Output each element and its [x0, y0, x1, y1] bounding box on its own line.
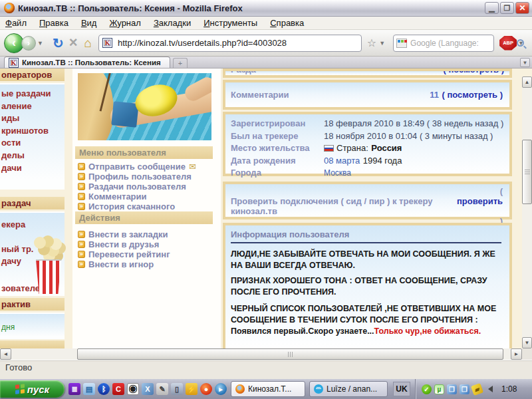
red-orb-icon[interactable]: ●	[200, 383, 212, 395]
scroll-up-icon[interactable]: ▲	[522, 76, 532, 88]
arrow-bullet-icon: »	[78, 183, 85, 190]
sidebar-link[interactable]: екера	[0, 219, 25, 229]
sidebar-link[interactable]: иды	[0, 112, 65, 125]
search-bar[interactable]	[393, 35, 494, 52]
quick-launch-bar: ≣ ▤ ᛒ C ⚈ X ✎ ▯ ⚡ ● ▸	[68, 383, 227, 395]
language-indicator[interactable]: UK	[393, 382, 410, 396]
scroll-right-icon[interactable]: ►	[511, 348, 522, 360]
menu-history[interactable]: Журнал	[109, 18, 140, 28]
status-bar: Готово	[0, 360, 532, 379]
menu-tools[interactable]: Инструменты	[203, 18, 257, 28]
navigation-toolbar: ‹ › ▼ ↻ × ⌂ K ☆ ▼ ABP ▼	[0, 30, 532, 57]
red-c-icon[interactable]: C	[112, 383, 124, 395]
firefox-window: Кинозал.ТВ :: Пользователь: Ксения - Moz…	[0, 0, 532, 399]
restore-button[interactable]: ❐	[500, 2, 514, 14]
city-label: Города	[231, 167, 324, 179]
arrow-bullet-icon: »	[78, 241, 85, 248]
menu-item-torrents[interactable]: » Раздачи пользователя	[78, 182, 214, 192]
tab-kinozal[interactable]: K Кинозал.ТВ :: Пользователь: Ксения	[4, 57, 170, 68]
horizontal-scroll-thumb[interactable]	[77, 348, 503, 360]
info-paragraph-3: ЧЕРНЫЙ СПИСОК ПОЛЬЗОВАТЕЛЕЙ ,НЕ ОТВЕТИВШ…	[231, 303, 503, 326]
taskbar-window-chat[interactable]: Luīze / anan...	[309, 381, 388, 397]
comments-view-link[interactable]: ( посмотреть )	[442, 90, 503, 100]
bookmark-dropdown-icon[interactable]: ▼	[379, 40, 385, 47]
action-label: Внести в игнор	[88, 259, 154, 269]
search-engine-icon[interactable]	[396, 39, 407, 48]
volume-icon[interactable]	[485, 384, 495, 394]
close-button[interactable]: ✕	[515, 2, 529, 14]
sidebar-link[interactable]: ости	[0, 137, 65, 150]
action-transfer-rating[interactable]: » Перевести рейтинг	[78, 249, 214, 259]
taskbar-clock[interactable]: 1:08	[501, 384, 517, 394]
start-button[interactable]: пуск	[0, 380, 65, 398]
search-input[interactable]	[409, 38, 515, 49]
sidebar-link[interactable]: криншотов	[0, 125, 65, 138]
vertical-scrollbar[interactable]: ▲ ▼	[522, 76, 532, 348]
reload-icon[interactable]: ↻	[53, 35, 64, 51]
scroll-down-icon[interactable]: ▼	[522, 337, 532, 348]
menu-item-label: История скачанного	[88, 201, 175, 211]
action-add-friend[interactable]: » Внести в друзья	[78, 239, 214, 249]
menu-bookmarks[interactable]: Закладки	[154, 18, 191, 28]
crayon-icon[interactable]: ▰	[471, 382, 483, 395]
sidebar-link[interactable]: ые раздачи	[0, 88, 65, 100]
forward-button[interactable]: ›	[21, 36, 36, 51]
sidebar-link[interactable]: аление	[0, 100, 65, 113]
sidebar-link[interactable]: дня	[0, 323, 15, 332]
menu-view[interactable]: Вид	[81, 18, 97, 28]
menu-edit[interactable]: Правка	[39, 18, 68, 28]
adblock-plus-icon[interactable]: ABP	[499, 36, 517, 51]
menu-item-send-message[interactable]: » Отправить сообщение ✉	[78, 162, 214, 172]
location-label: Место жительства	[231, 142, 324, 154]
sidebar-link[interactable]: дачи	[0, 162, 65, 175]
stop-icon[interactable]: ×	[69, 34, 78, 51]
vertical-scroll-thumb[interactable]	[522, 140, 532, 204]
tab-bar: K Кинозал.ТВ :: Пользователь: Ксения + ▼	[0, 57, 532, 68]
action-bookmark[interactable]: » Внести в закладки	[78, 229, 214, 239]
taskbar-window-kinozal[interactable]: Кинозал.Т...	[231, 381, 305, 397]
sidebar-box-operators: ые раздачи аление иды криншотов ости дел…	[0, 83, 65, 190]
blue-x-icon[interactable]: X	[142, 383, 154, 395]
menu-file[interactable]: Файл	[5, 18, 27, 28]
bluetooth-icon[interactable]: ᛒ	[98, 383, 110, 395]
document-icon[interactable]: ▤	[83, 383, 95, 395]
menu-item-comments[interactable]: » Комментарии	[78, 192, 214, 201]
network-icon[interactable]: ❒	[460, 384, 469, 394]
menu-item-download-history[interactable]: » История скачанного	[78, 201, 214, 211]
last-seen-value: 18 ноября 2010 в 01:04 ( 3 минуты назад …	[324, 131, 493, 141]
play-icon[interactable]: ▸	[215, 383, 227, 395]
skype-check-icon[interactable]: ✓	[422, 384, 432, 394]
tab-list-dropdown-icon[interactable]: ▼	[520, 58, 530, 67]
minimize-button[interactable]: ▁	[485, 2, 499, 14]
sidebar-link[interactable]: ный тр.	[0, 244, 33, 254]
location-value: Россия	[371, 143, 402, 153]
search-magnifier-icon[interactable]	[517, 39, 524, 47]
scroll-left-icon[interactable]: ◄	[0, 348, 11, 360]
sidebar-link[interactable]: дачу	[0, 256, 21, 266]
cut-row-link[interactable]: ( посмотреть )	[443, 71, 504, 74]
action-ignore[interactable]: » Внести в игнор	[78, 259, 214, 269]
utorrent-icon[interactable]: µ	[434, 384, 444, 394]
history-dropdown-icon[interactable]: ▼	[37, 40, 43, 47]
menu-help[interactable]: Справка	[270, 18, 304, 28]
home-icon[interactable]: ⌂	[84, 36, 92, 51]
check-paren-open: (	[231, 186, 503, 196]
menu-item-profile[interactable]: » Профиль пользователя	[78, 172, 214, 182]
url-input[interactable]	[116, 37, 358, 49]
network-icon[interactable]: ❒	[447, 384, 457, 394]
pen-icon[interactable]: ✎	[156, 383, 168, 395]
sidebar-link[interactable]: делы	[0, 150, 65, 162]
new-tab-button[interactable]: +	[173, 58, 188, 68]
lightning-icon[interactable]: ⚡	[186, 383, 198, 395]
city-value: Москва	[324, 168, 351, 178]
football-icon[interactable]: ⚈	[127, 383, 139, 395]
arrow-bullet-icon: »	[78, 231, 85, 238]
taskbar: пуск ≣ ▤ ᛒ C ⚈ X ✎ ▯ ⚡ ● ▸ Кинозал.Т... …	[0, 379, 532, 399]
info-paragraph-4: Появился первый.Скоро узнаете...Только ч…	[231, 326, 503, 337]
url-bar[interactable]: K	[98, 35, 362, 52]
horizontal-scrollbar[interactable]: ◄ ►	[0, 348, 522, 360]
winrar-books-icon[interactable]: ≣	[68, 383, 80, 395]
check-link[interactable]: проверить	[457, 196, 503, 216]
bookmark-star-icon[interactable]: ☆	[367, 37, 376, 49]
device-icon[interactable]: ▯	[171, 383, 183, 395]
